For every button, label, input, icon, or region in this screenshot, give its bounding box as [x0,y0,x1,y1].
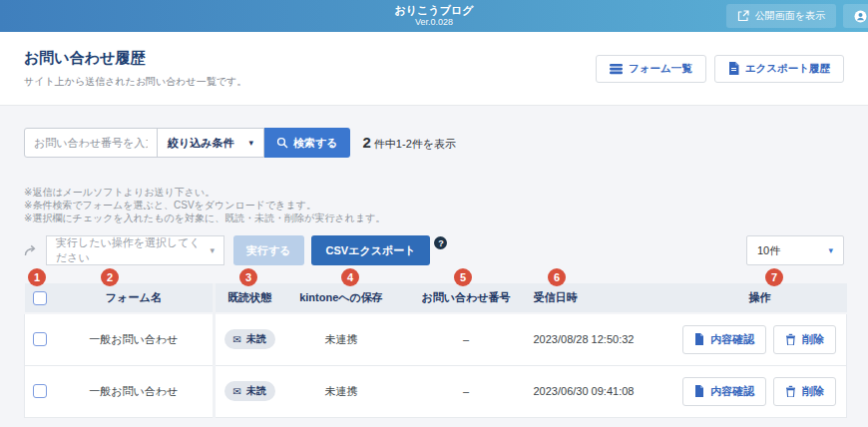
annotation-circle-2: 2 [101,268,119,286]
header-inquiry-number: お問い合わせ番号 [399,283,534,313]
chevron-down-icon: ▾ [248,138,253,148]
search-button[interactable]: 検索する [264,128,350,158]
delete-label: 削除 [802,332,824,347]
note-line: ※返信はメールソフトよりお送り下さい。 [24,186,844,199]
export-history-label: エクスポート履歴 [745,62,830,76]
top-app-bar: おりこうブログ Ver.0.028 公開画面を表示 開 [0,0,868,32]
notes: ※返信はメールソフトよりお送り下さい。 ※条件検索でフォームを選ぶと、CSVをダ… [24,186,844,224]
file-icon [728,62,739,75]
inquiry-number-cell: – [399,365,534,417]
execute-button[interactable]: 実行する [233,235,304,265]
kintone-status-cell: 未連携 [284,313,399,365]
form-name-cell: 一般お問い合わせ [55,313,215,365]
chevron-down-icon: ▾ [210,245,215,255]
csv-export-button[interactable]: CSVエクスポート [311,235,431,265]
note-line: ※条件検索でフォームを選ぶと、CSVをダウンロードできます。 [24,199,844,212]
operation-select-placeholder: 実行したい操作を選択してください [56,235,210,265]
preview-site-label: 公開画面を表示 [755,9,825,23]
forward-arrow-icon [24,244,37,256]
document-icon [694,385,704,397]
row-select-cell [25,365,55,417]
app-title-block: おりこうブログ Ver.0.028 [395,3,474,28]
header-form-name: フォーム名 [55,283,215,313]
select-all-cell [25,283,55,313]
confirm-content-button[interactable]: 内容確認 [682,377,766,406]
table-row: 一般お問い合わせ ✉ 未読 未連携 – 2023/08/28 12:50:32 [25,313,847,365]
kintone-status-cell: 未連携 [284,365,399,417]
note-line: ※選択欄にチェックを入れたものを対象に、既読・未読・削除が実行されます。 [24,212,844,224]
app-version: Ver.0.028 [395,17,474,28]
inquiry-number-cell: – [399,313,534,365]
search-icon [276,137,288,149]
app-title: おりこうブログ [395,3,474,17]
page-size-label: 10件 [757,243,780,258]
chevron-down-icon: ▾ [828,245,833,255]
confirm-content-label: 内容確認 [710,384,754,399]
trash-icon [785,333,796,345]
search-button-label: 検索する [293,136,338,151]
select-all-checkbox[interactable] [33,291,47,305]
unread-badge-label: 未読 [246,332,266,346]
topbar-buttons: 公開画面を表示 開 [726,4,868,28]
annotation-circle-7: 7 [765,268,783,286]
delete-button[interactable]: 削除 [773,377,836,406]
delete-label: 削除 [802,384,824,399]
annotation-circle-5: 5 [454,268,472,286]
delete-button[interactable]: 削除 [773,325,836,354]
help-icon[interactable]: ? [434,236,447,249]
row-actions-cell: 内容確認 削除 [673,365,847,417]
table-header-row: フォーム名 既読状態 kintoneへの保存 お問い合わせ番号 受信日時 操作 [25,283,847,313]
external-link-icon [737,10,749,22]
unread-badge: ✉ 未読 [224,381,275,401]
header-received-at: 受信日時 [534,283,673,313]
inquiry-table: フォーム名 既読状態 kintoneへの保存 お問い合わせ番号 受信日時 操作 … [24,283,847,418]
result-count-number: 2 [363,134,371,151]
envelope-icon: ✉ [233,386,241,397]
header-actions: 操作 [673,283,847,313]
filter-condition-label: 絞り込み条件 [168,136,234,151]
unread-badge: ✉ 未読 [224,329,275,349]
preview-site-button[interactable]: 公開画面を表示 [726,4,836,28]
page-title-block: お問い合わせ履歴 サイト上から送信されたお問い合わせ一覧です。 [24,49,246,89]
form-list-label: フォーム一覧 [629,62,692,76]
search-row: 絞り込み条件 ▾ 検索する 2 件中1-2件を表示 [24,128,844,158]
read-status-cell: ✉ 未読 [215,313,284,365]
table-row: 一般お問い合わせ ✉ 未読 未連携 – 2023/06/30 09:41:08 [25,365,847,417]
form-name-cell: 一般お問い合わせ [55,365,215,417]
read-status-cell: ✉ 未読 [215,365,284,417]
document-icon [694,333,704,345]
inquiry-number-input[interactable] [24,128,158,158]
confirm-content-label: 内容確認 [710,332,754,347]
header-read-status: 既読状態 [215,283,284,313]
row-actions-cell: 内容確認 削除 [673,313,847,365]
unread-badge-label: 未読 [246,384,266,398]
form-list-button[interactable]: フォーム一覧 [596,55,706,83]
result-count-suffix: 件中1-2件を表示 [374,137,456,152]
page-subtitle: サイト上から送信されたお問い合わせ一覧です。 [24,75,246,89]
confirm-content-button[interactable]: 内容確認 [682,325,766,354]
person-icon [854,10,867,23]
received-at-cell: 2023/06/30 09:41:08 [534,365,673,417]
trash-icon [785,385,796,397]
bulk-action-row: 実行したい操作を選択してください ▾ 実行する CSVエクスポート ? 10件 … [24,235,844,265]
row-checkbox[interactable] [33,384,47,398]
received-at-cell: 2023/08/28 12:50:32 [534,313,673,365]
page-header: お問い合わせ履歴 サイト上から送信されたお問い合わせ一覧です。 フォーム一覧 エ… [0,32,868,106]
page-size-dropdown[interactable]: 10件 ▾ [746,235,844,265]
annotation-circle-1: 1 [28,268,46,286]
annotation-circle-6: 6 [548,268,566,286]
row-checkbox[interactable] [33,332,47,346]
filter-condition-dropdown[interactable]: 絞り込み条件 ▾ [157,128,264,158]
annotation-circle-3: 3 [239,268,257,286]
annotation-circle-4: 4 [341,268,359,286]
main-content: 絞り込み条件 ▾ 検索する 2 件中1-2件を表示 ※返信はメールソフトよりお送… [0,106,868,418]
page-header-buttons: フォーム一覧 エクスポート履歴 [596,55,844,83]
list-icon [610,63,623,75]
result-count: 2 件中1-2件を表示 [363,134,457,152]
header-kintone: kintoneへの保存 [284,283,399,313]
page-title: お問い合わせ履歴 [24,49,246,68]
row-select-cell [25,313,55,365]
account-button[interactable]: 開 [843,4,868,28]
export-history-button[interactable]: エクスポート履歴 [714,55,844,83]
operation-select[interactable]: 実行したい操作を選択してください ▾ [46,235,224,265]
